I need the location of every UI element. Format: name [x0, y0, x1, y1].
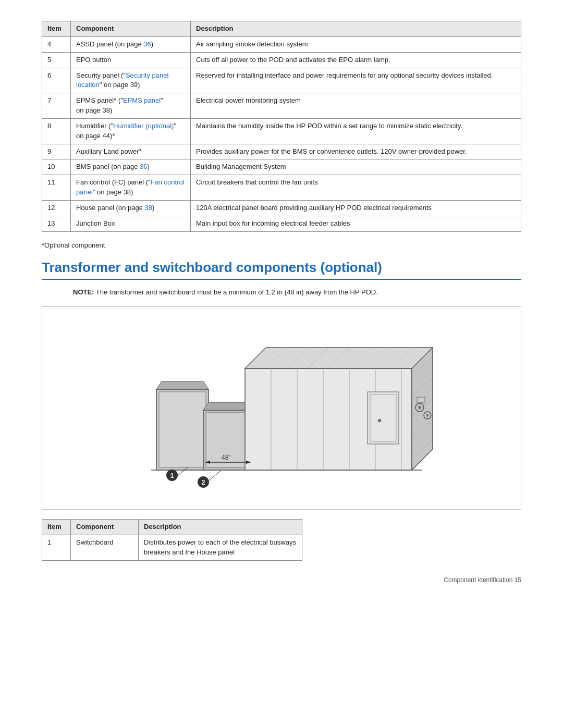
components-table-top: Item Component Description 4 ASSD panel …: [42, 21, 521, 232]
table-row: 7 EPMS panel* ("EPMS panel"on page 38) E…: [42, 93, 521, 119]
svg-rect-26: [370, 394, 396, 441]
link-security-panel-location[interactable]: Security panel location: [76, 71, 168, 89]
description-4: Air sampling smoke detection system: [191, 36, 521, 52]
link-humidifier[interactable]: Humidifier (optional): [113, 122, 174, 130]
description-7: Electrical power monitoring system: [191, 93, 521, 119]
svg-text:2: 2: [202, 479, 205, 486]
item-8: 8: [42, 118, 71, 144]
link-36-bms[interactable]: 36: [140, 163, 147, 170]
svg-text:48": 48": [222, 454, 231, 461]
item-5: 5: [42, 52, 71, 68]
col-item-header: Item: [42, 21, 71, 37]
table-row: 6 Security panel ("Security panel locati…: [42, 68, 521, 93]
component-12: House panel (on page 38): [71, 200, 191, 216]
footer-text: Component identification 15: [444, 576, 521, 584]
description-b-1: Distributes power to each of the electri…: [139, 535, 302, 561]
description-13: Main input box for incoming electrical f…: [191, 216, 521, 231]
svg-point-36: [426, 414, 429, 417]
link-epms-panel[interactable]: EPMS panel: [123, 96, 161, 104]
note-text: The transformer and switchboard must be …: [94, 288, 377, 296]
component-5: EPO button: [71, 52, 191, 68]
component-13: Junction Box: [71, 216, 191, 231]
col-component-header: Component: [71, 21, 191, 37]
components-table-bottom: Item Component Description 1 Switchboard…: [42, 519, 302, 561]
table-row: 10 BMS panel (on page 36) Building Manag…: [42, 159, 521, 175]
table-row: 4 ASSD panel (on page 36) Air sampling s…: [42, 36, 521, 52]
col-component-header-b: Component: [71, 520, 139, 535]
table-row: 5 EPO button Cuts off all power to the P…: [42, 52, 521, 68]
svg-rect-2: [159, 392, 206, 467]
component-7: EPMS panel* ("EPMS panel"on page 38): [71, 93, 191, 119]
description-12: 120A electrical panel board providing au…: [191, 200, 521, 216]
item-12: 12: [42, 200, 71, 216]
component-6: Security panel ("Security panel location…: [71, 68, 191, 93]
footnote: *Optional component: [42, 241, 521, 249]
table-row: 8 Humidifier ("Humidifier (optional)" on…: [42, 118, 521, 144]
component-8: Humidifier ("Humidifier (optional)" on p…: [71, 118, 191, 144]
item-b-1: 1: [42, 535, 71, 561]
svg-point-27: [378, 419, 381, 422]
table-row: 11 Fan control (FC) panel ("Fan control …: [42, 175, 521, 201]
section-title: Transformer and switchboard components (…: [42, 260, 521, 280]
link-fan-control-panel[interactable]: Fan control panel: [76, 178, 185, 196]
link-38-house[interactable]: 38: [145, 204, 152, 212]
description-9: Provides auxiliary power for the BMS or …: [191, 144, 521, 159]
item-6: 6: [42, 68, 71, 93]
component-11: Fan control (FC) panel ("Fan control pan…: [71, 175, 191, 201]
page-footer: Component identification 15: [42, 576, 521, 584]
col-description-header-b: Description: [139, 520, 302, 535]
svg-marker-6: [203, 402, 250, 410]
description-6: Reserved for installing interface and po…: [191, 68, 521, 93]
item-11: 11: [42, 175, 71, 201]
item-13: 13: [42, 216, 71, 231]
table-row: 12 House panel (on page 38) 120A electri…: [42, 200, 521, 216]
svg-text:1: 1: [170, 472, 174, 479]
component-10: BMS panel (on page 36): [71, 159, 191, 175]
svg-marker-3: [156, 381, 209, 389]
item-4: 4: [42, 36, 71, 52]
description-11: Circuit breakers that control the fan un…: [191, 175, 521, 201]
table-row: 13 Junction Box Main input box for incom…: [42, 216, 521, 231]
item-10: 10: [42, 159, 71, 175]
transformer-illustration: 48" 1 2: [120, 316, 443, 493]
illustration-container: 48" 1 2: [42, 306, 521, 510]
description-5: Cuts off all power to the POD and activa…: [191, 52, 521, 68]
table-row: 9 Auxiliary Land power* Provides auxilia…: [42, 144, 521, 159]
note-label: NOTE:: [73, 288, 94, 296]
component-9: Auxiliary Land power*: [71, 144, 191, 159]
table-row: 1 Switchboard Distributes power to each …: [42, 535, 302, 561]
note-box: NOTE: The transformer and switchboard mu…: [73, 287, 490, 298]
svg-rect-37: [417, 397, 425, 402]
col-item-header-b: Item: [42, 520, 71, 535]
description-10: Building Management System: [191, 159, 521, 175]
link-36-assd[interactable]: 36: [143, 40, 151, 48]
svg-point-34: [418, 406, 421, 409]
col-description-header: Description: [191, 21, 521, 37]
item-7: 7: [42, 93, 71, 119]
component-b-1: Switchboard: [71, 535, 139, 561]
item-9: 9: [42, 144, 71, 159]
description-8: Maintains the humidity inside the HP POD…: [191, 118, 521, 144]
svg-line-48: [209, 470, 222, 480]
component-4: ASSD panel (on page 36): [71, 36, 191, 52]
